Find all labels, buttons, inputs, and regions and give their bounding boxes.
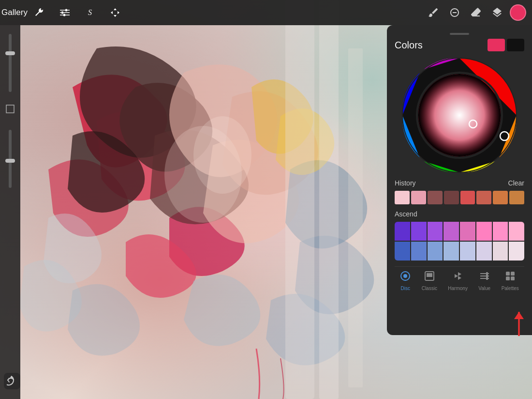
ascend-label: Ascend xyxy=(395,210,524,218)
adjust-tool-button[interactable] xyxy=(56,4,74,21)
gallery-button[interactable]: Gallery xyxy=(6,4,23,21)
ascend-swatch-2[interactable] xyxy=(428,222,443,241)
transform-icon xyxy=(110,7,120,18)
brush-size-thumb[interactable] xyxy=(5,51,15,55)
layers-icon xyxy=(491,7,503,18)
tab-palettes[interactable]: Palettes xyxy=(498,269,523,293)
svg-rect-39 xyxy=(506,276,510,280)
right-toolbar xyxy=(382,0,532,25)
ascend-swatch-9[interactable] xyxy=(411,242,427,261)
ascend-palette xyxy=(395,222,524,261)
undo-button[interactable] xyxy=(4,373,20,389)
value-icon xyxy=(479,271,490,284)
ascend-swatch-14[interactable] xyxy=(493,242,508,261)
eraser-icon xyxy=(470,7,482,18)
history-swatch-3[interactable] xyxy=(444,191,459,204)
tab-classic-label: Classic xyxy=(422,286,437,291)
svg-point-5 xyxy=(61,12,64,14)
brush-opacity-slider[interactable] xyxy=(9,130,12,188)
history-swatch-2[interactable] xyxy=(428,191,443,204)
smudge-right-icon xyxy=(449,7,460,18)
primary-color-box[interactable] xyxy=(488,39,505,51)
panel-header: Colors xyxy=(395,39,524,51)
history-swatch-5[interactable] xyxy=(476,191,491,204)
svg-rect-40 xyxy=(511,276,515,280)
ascend-swatch-12[interactable] xyxy=(460,242,475,261)
ascend-swatch-0[interactable] xyxy=(395,222,410,241)
brush-opacity-thumb[interactable] xyxy=(5,159,15,163)
classic-icon xyxy=(424,271,435,284)
svg-rect-1 xyxy=(319,0,339,399)
clear-button[interactable]: Clear xyxy=(508,179,524,187)
svg-rect-36 xyxy=(486,277,488,280)
arrow-up-icon xyxy=(512,309,526,338)
history-swatch-4[interactable] xyxy=(460,191,475,204)
selection-icon: S xyxy=(85,7,95,18)
svg-point-4 xyxy=(193,116,251,194)
history-label: History xyxy=(395,179,416,187)
ascend-swatch-15[interactable] xyxy=(509,242,524,261)
history-swatch-0[interactable] xyxy=(395,191,410,204)
history-section: History Clear xyxy=(395,179,524,204)
top-toolbar: Gallery S xyxy=(0,0,382,25)
tab-value[interactable]: Value xyxy=(474,269,494,293)
history-header: History Clear xyxy=(395,179,524,187)
history-swatches xyxy=(395,191,524,204)
wrench-tool-button[interactable] xyxy=(31,4,48,21)
selection-tool-button[interactable]: S xyxy=(81,4,99,21)
color-wheel-container xyxy=(395,57,524,173)
color-wheel-svg xyxy=(401,57,517,173)
brush-tool-button[interactable] xyxy=(425,4,442,21)
ascend-swatch-6[interactable] xyxy=(493,222,508,241)
svg-point-11 xyxy=(63,14,66,16)
svg-rect-2 xyxy=(348,48,363,387)
tab-classic[interactable]: Classic xyxy=(418,269,441,293)
ascend-swatch-1[interactable] xyxy=(411,222,427,241)
ascend-swatch-13[interactable] xyxy=(476,242,492,261)
color-tabs: Disc Classic Harmony xyxy=(395,266,524,293)
tab-palettes-label: Palettes xyxy=(502,286,519,291)
transform-tool-button[interactable] xyxy=(106,4,124,21)
svg-rect-30 xyxy=(427,273,432,277)
ascend-swatch-8[interactable] xyxy=(395,242,410,261)
layers-tool-button[interactable] xyxy=(488,4,506,21)
harmony-icon xyxy=(453,271,463,284)
svg-rect-15 xyxy=(6,105,14,113)
color-wheel[interactable] xyxy=(401,57,517,173)
ascend-swatch-5[interactable] xyxy=(476,222,492,241)
ascend-swatch-3[interactable] xyxy=(443,222,459,241)
tab-harmony-label: Harmony xyxy=(448,286,468,291)
square-tool-icon xyxy=(5,104,15,114)
tab-disc[interactable]: Disc xyxy=(396,269,414,293)
palettes-icon xyxy=(505,271,516,284)
ascend-section: Ascend xyxy=(395,210,524,261)
ascend-swatch-11[interactable] xyxy=(443,242,459,261)
brush-size-slider[interactable] xyxy=(9,34,12,92)
ascend-swatch-10[interactable] xyxy=(428,242,443,261)
ascend-swatch-4[interactable] xyxy=(460,222,475,241)
smudge-tool-button[interactable] xyxy=(446,4,463,21)
brush-icon xyxy=(428,7,439,18)
secondary-color-box[interactable] xyxy=(507,39,524,51)
history-swatch-7[interactable] xyxy=(509,191,524,204)
disc-icon xyxy=(400,271,411,284)
tab-harmony[interactable]: Harmony xyxy=(444,269,472,293)
sidebar-icon-1[interactable] xyxy=(3,102,17,116)
svg-point-28 xyxy=(403,274,407,278)
colors-panel: Colors xyxy=(387,25,532,335)
left-sidebar xyxy=(0,25,20,399)
history-swatch-6[interactable] xyxy=(493,191,508,204)
svg-rect-37 xyxy=(506,272,510,276)
adjust-icon xyxy=(59,7,70,18)
ascend-swatch-7[interactable] xyxy=(509,222,524,241)
panel-handle xyxy=(450,33,469,35)
history-swatch-1[interactable] xyxy=(411,191,426,204)
panel-title: Colors xyxy=(395,40,423,51)
eraser-tool-button[interactable] xyxy=(467,4,485,21)
wrench-icon xyxy=(34,7,45,18)
color-picker-button[interactable] xyxy=(510,4,526,21)
color-previews xyxy=(488,39,524,51)
svg-point-21 xyxy=(418,74,501,156)
svg-rect-38 xyxy=(511,272,515,276)
svg-rect-0 xyxy=(285,0,314,399)
